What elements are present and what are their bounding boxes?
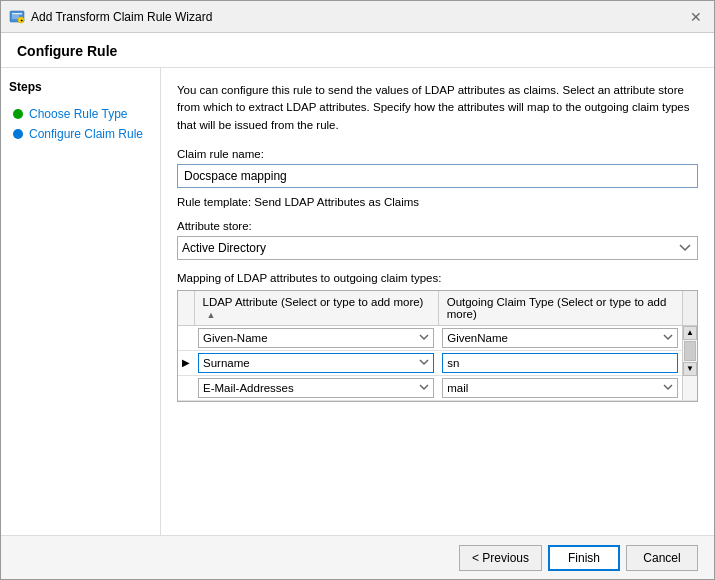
outgoing-claim-cell-3[interactable]: mail xyxy=(438,375,682,400)
step-active-icon xyxy=(13,129,23,139)
attribute-store-label: Attribute store: xyxy=(177,220,698,232)
sidebar: Steps Choose Rule Type Configure Claim R… xyxy=(1,68,161,535)
outgoing-claim-input-2[interactable] xyxy=(442,353,678,373)
ldap-attr-cell-3[interactable]: E-Mail-Addresses xyxy=(194,375,438,400)
scroll-up-btn[interactable]: ▲ xyxy=(683,326,697,340)
sidebar-link-choose-rule-type[interactable]: Choose Rule Type xyxy=(29,107,128,121)
outgoing-claim-select-3[interactable]: mail xyxy=(442,378,678,398)
page-header: Configure Rule xyxy=(1,33,714,68)
scroll-column[interactable]: ▲ ▼ xyxy=(683,325,698,400)
table-row: ▶ Surname xyxy=(178,350,697,375)
th-scroll xyxy=(683,291,698,326)
cancel-button[interactable]: Cancel xyxy=(626,545,698,571)
ldap-attr-cell-1[interactable]: Given-Name xyxy=(194,325,438,350)
claim-rule-name-input[interactable] xyxy=(177,164,698,188)
svg-rect-2 xyxy=(12,15,19,16)
row-indicator-3 xyxy=(178,375,194,400)
attribute-store-select[interactable]: Active Directory Custom Attribute Store xyxy=(177,236,698,260)
mapping-table: LDAP Attribute (Select or type to add mo… xyxy=(178,291,697,401)
window-title: Add Transform Claim Rule Wizard xyxy=(31,10,212,24)
step-complete-icon xyxy=(13,109,23,119)
th-outgoing-claim: Outgoing Claim Type (Select or type to a… xyxy=(438,291,682,326)
sidebar-item-configure-claim-rule[interactable]: Configure Claim Rule xyxy=(9,124,152,144)
table-header-row: LDAP Attribute (Select or type to add mo… xyxy=(178,291,697,326)
scroll-down-btn[interactable]: ▼ xyxy=(683,362,697,376)
wizard-icon: ✦ xyxy=(9,9,25,25)
title-bar: ✦ Add Transform Claim Rule Wizard ✕ xyxy=(1,1,714,33)
footer: < Previous Finish Cancel xyxy=(1,535,714,579)
content-area: Steps Choose Rule Type Configure Claim R… xyxy=(1,68,714,535)
scroll-thumb[interactable] xyxy=(684,341,696,361)
th-indicator xyxy=(178,291,194,326)
title-bar-left: ✦ Add Transform Claim Rule Wizard xyxy=(9,9,212,25)
svg-rect-1 xyxy=(12,13,22,15)
ldap-attr-select-1[interactable]: Given-Name xyxy=(198,328,434,348)
finish-button[interactable]: Finish xyxy=(548,545,620,571)
ldap-attr-select-2[interactable]: Surname xyxy=(198,353,434,373)
claim-rule-name-label: Claim rule name: xyxy=(177,148,698,160)
mapping-table-container: LDAP Attribute (Select or type to add mo… xyxy=(177,290,698,402)
scroll-track xyxy=(683,340,697,362)
outgoing-claim-cell-1[interactable]: GivenName xyxy=(438,325,682,350)
ldap-attr-select-3[interactable]: E-Mail-Addresses xyxy=(198,378,434,398)
th-ldap-attr: LDAP Attribute (Select or type to add mo… xyxy=(194,291,438,326)
sidebar-title: Steps xyxy=(9,80,152,94)
outgoing-claim-select-1[interactable]: GivenName xyxy=(442,328,678,348)
table-row: E-Mail-Addresses mail xyxy=(178,375,697,400)
ldap-attr-cell-2[interactable]: Surname xyxy=(194,350,438,375)
page-title: Configure Rule xyxy=(17,43,698,59)
sidebar-link-configure-claim-rule[interactable]: Configure Claim Rule xyxy=(29,127,143,141)
outgoing-claim-cell-2[interactable] xyxy=(438,350,682,375)
row-indicator-1 xyxy=(178,325,194,350)
sort-icon: ▲ xyxy=(207,310,216,320)
mapping-label: Mapping of LDAP attributes to outgoing c… xyxy=(177,272,698,284)
main-panel: You can configure this rule to send the … xyxy=(161,68,714,535)
sidebar-item-choose-rule-type[interactable]: Choose Rule Type xyxy=(9,104,152,124)
close-button[interactable]: ✕ xyxy=(686,7,706,27)
previous-button[interactable]: < Previous xyxy=(459,545,542,571)
rule-template-text: Rule template: Send LDAP Attributes as C… xyxy=(177,196,698,208)
row-indicator-2: ▶ xyxy=(178,350,194,375)
table-row: Given-Name GivenName ▲ xyxy=(178,325,697,350)
wizard-window: ✦ Add Transform Claim Rule Wizard ✕ Conf… xyxy=(0,0,715,580)
description-text: You can configure this rule to send the … xyxy=(177,82,698,134)
